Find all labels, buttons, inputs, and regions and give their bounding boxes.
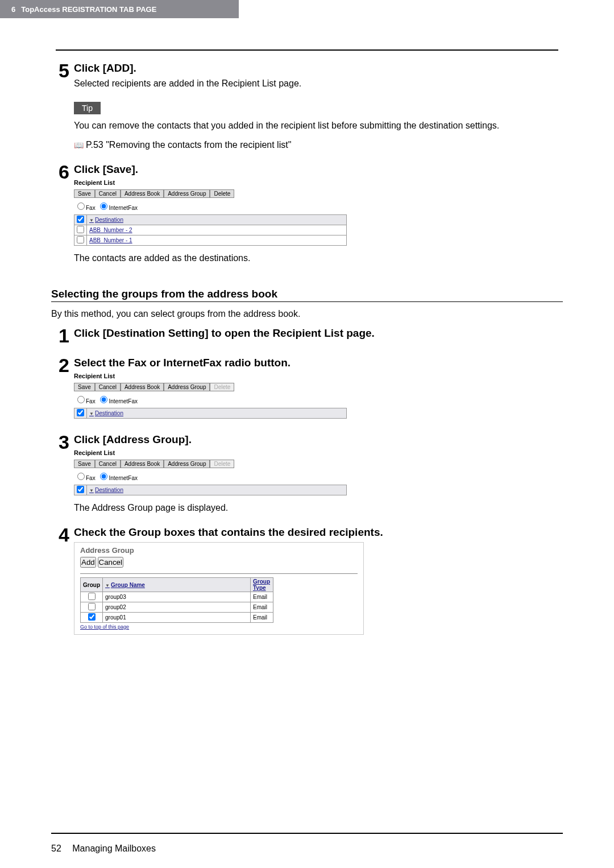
footer-section: Managing Mailboxes [72,844,156,853]
address-book-button[interactable]: Address Book [121,383,164,391]
row-checkbox[interactable] [77,236,84,243]
gstep2-title: Select the Fax or InternetFax radio butt… [74,357,563,369]
address-group-table: Group Group Name Group Type group03Email… [80,577,273,623]
destination-table: Destination [74,485,347,495]
recipient-list-screenshot: Recipient List Save Cancel Address Book … [74,449,563,495]
select-all-checkbox[interactable] [77,409,84,416]
step-number-5: 5 [51,61,74,158]
address-book-button[interactable]: Address Book [121,189,164,198]
gstep3-after: The Address Group page is displayed. [74,501,563,515]
fax-radio-label[interactable]: Fax [74,475,96,481]
step6-after-text: The contacts are added as the destinatio… [74,251,563,265]
select-all-checkbox[interactable] [77,216,84,223]
step5-title: Click [ADD]. [74,62,563,75]
group-name: group01 [103,613,251,623]
go-to-top-link[interactable]: Go to top of this page [80,624,129,630]
cancel-button[interactable]: Cancel [95,460,121,468]
cancel-button[interactable]: Cancel [95,189,121,198]
step5-reference: P.53 "Removing the contacts from the rec… [74,138,563,152]
table-row: group01Email [81,613,273,623]
delete-button[interactable]: Delete [210,460,234,468]
ifax-radio-label[interactable]: InternetFax [97,205,138,211]
group-type: Email [251,602,273,613]
page-header: 6 TopAccess REGISTRATION TAB PAGE [0,0,239,18]
step6-title: Click [Save]. [74,163,563,176]
destination-column-header[interactable]: Destination [89,410,123,416]
gstep1-title: Click [Destination Setting] to open the … [74,327,563,340]
delete-button[interactable]: Delete [210,383,234,391]
fax-radio-label[interactable]: Fax [74,398,96,404]
destination-column-header[interactable]: Destination [89,487,123,493]
group-col-header: Group [81,578,103,592]
rl-title: Recipient List [74,373,563,379]
group-name: group02 [103,602,251,613]
recipient-list-screenshot: Recipient List Save Cancel Address Book … [74,179,563,246]
table-row: group02Email [81,602,273,613]
rl-title: Recipient List [74,179,563,186]
cancel-button[interactable]: Cancel [95,383,121,391]
page-footer: 52 Managing Mailboxes [51,844,156,854]
destination-table: Destination ABB_Number - 2 ABB_Number - … [74,214,347,246]
cancel-button[interactable]: Cancel [98,557,124,568]
ifax-radio-label[interactable]: InternetFax [97,475,138,481]
save-button[interactable]: Save [74,383,95,391]
step5-text: Selected recipients are added in the Rec… [74,77,563,90]
step-number-2: 2 [51,356,74,424]
table-row: ABB_Number - 1 [74,235,347,246]
delete-button[interactable]: Delete [210,189,234,198]
step-number-4: 4 [51,525,74,635]
destination-column-header[interactable]: Destination [89,217,123,223]
recipient-list-screenshot: Recipient List Save Cancel Address Book … [74,373,563,419]
table-row: group03Email [81,592,273,602]
fax-radio[interactable] [77,396,85,403]
tip-badge: Tip [74,102,101,114]
chapter-number: 6 [11,5,15,14]
page-number: 52 [51,844,61,853]
ifax-radio[interactable] [100,396,107,403]
step-number-3: 3 [51,432,74,520]
subsection-title: Selecting the groups from the address bo… [51,288,563,300]
fax-radio[interactable] [77,473,85,480]
add-button[interactable]: Add [80,557,96,568]
subsection-intro: By this method, you can select groups fr… [51,309,563,319]
chapter-title: TopAccess REGISTRATION TAB PAGE [21,5,156,14]
ifax-radio[interactable] [100,473,107,480]
group-type: Email [251,613,273,623]
gstep3-title: Click [Address Group]. [74,433,563,446]
address-group-screenshot: Address Group Add Cancel Group Group Nam… [74,542,364,635]
rl-title: Recipient List [74,449,563,456]
fax-radio-label[interactable]: Fax [74,205,96,211]
select-all-checkbox[interactable] [77,486,84,493]
step5-tip-text: You can remove the contacts that you add… [74,119,563,133]
save-button[interactable]: Save [74,460,95,468]
group-name: group03 [103,592,251,602]
ag-title: Address Group [80,546,358,555]
row-checkbox[interactable] [77,226,84,233]
group-type-col-header[interactable]: Group Type [253,578,270,591]
step-number-1: 1 [51,326,74,345]
table-row: ABB_Number - 2 [74,225,347,235]
ifax-radio-label[interactable]: InternetFax [97,398,138,404]
destination-link[interactable]: ABB_Number - 1 [89,237,132,243]
group-type: Email [251,592,273,602]
fax-radio[interactable] [77,202,85,210]
destination-link[interactable]: ABB_Number - 2 [89,227,132,233]
group-checkbox[interactable] [88,603,96,610]
save-button[interactable]: Save [74,189,95,198]
step-number-6: 6 [51,162,74,271]
address-book-button[interactable]: Address Book [121,460,164,468]
address-group-button[interactable]: Address Group [164,189,210,198]
address-group-button[interactable]: Address Group [164,460,210,468]
destination-table: Destination [74,408,347,419]
ifax-radio[interactable] [100,202,107,210]
group-checkbox[interactable] [88,613,96,621]
address-group-button[interactable]: Address Group [164,383,210,391]
gstep4-title: Check the Group boxes that contains the … [74,526,563,539]
group-checkbox[interactable] [88,593,96,600]
group-name-col-header[interactable]: Group Name [105,582,145,588]
